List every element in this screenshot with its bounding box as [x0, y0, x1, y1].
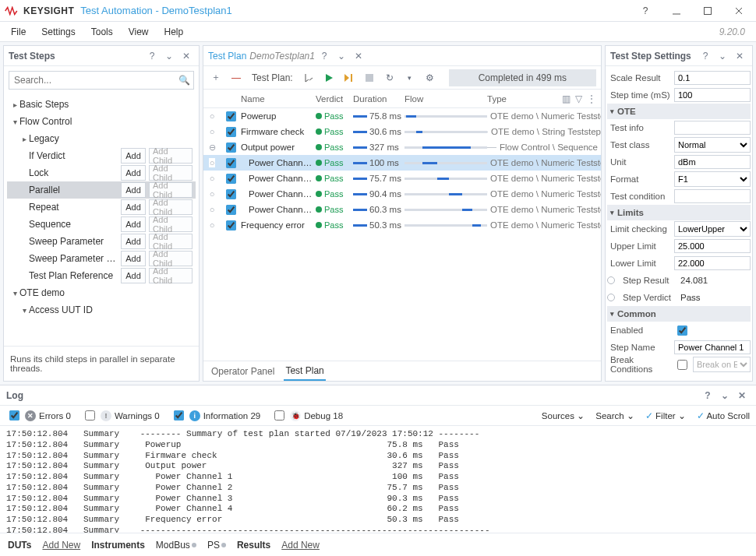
step-verdict-radio[interactable] [607, 294, 615, 301]
panel-collapse-icon[interactable]: ⌄ [161, 48, 177, 64]
panel-close-icon[interactable]: ✕ [178, 48, 194, 64]
minimize-icon[interactable] [661, 0, 692, 22]
close-icon[interactable] [723, 0, 754, 22]
add-button[interactable]: Add [121, 251, 146, 266]
menu-help[interactable]: Help [157, 23, 192, 40]
columns-icon[interactable]: ▥ [562, 93, 571, 104]
filter-warnings[interactable]: !Warnings 0 [82, 408, 160, 423]
step-enable-checkbox[interactable] [226, 205, 236, 215]
add-child-button[interactable]: Add Child [149, 182, 193, 198]
add-child-button[interactable]: Add Child [149, 251, 193, 266]
tree-item[interactable]: If Verdict Add Add Child [7, 147, 196, 164]
step-tree[interactable]: ▸Basic Steps ▾Flow Control ▸Legacy If Ve… [4, 94, 199, 346]
section-ote[interactable]: ▾OTE [607, 104, 751, 119]
tree-item[interactable]: Parallel Add Add Child [7, 181, 196, 199]
add-button[interactable]: Add [121, 268, 146, 283]
remove-step-icon[interactable]: — [228, 70, 244, 86]
tree-item[interactable]: Sweep Parameter Add Add Child [7, 233, 196, 250]
tree-item[interactable]: Lock Add Add Child [7, 164, 196, 181]
tree-item[interactable]: Sweep Parameter Range Add Add Child [7, 250, 196, 267]
step-enable-checkbox[interactable] [226, 158, 236, 168]
maximize-icon[interactable] [692, 0, 723, 22]
add-child-button[interactable]: Add Child [149, 165, 193, 181]
filter-debug[interactable]: 🐞Debug 18 [271, 408, 343, 423]
menu-settings[interactable]: Settings [34, 23, 83, 40]
help-icon[interactable]: ? [630, 0, 661, 22]
step-enable-checkbox[interactable] [226, 127, 236, 137]
step-enable-checkbox[interactable] [226, 111, 236, 121]
step-result-radio[interactable] [607, 276, 615, 284]
log-search[interactable]: Search ⌄ [595, 410, 634, 421]
add-button[interactable]: Add [121, 148, 146, 164]
add-step-icon[interactable]: ＋ [208, 70, 224, 86]
log-autoscroll[interactable]: ✓ Auto Scroll [697, 410, 750, 421]
col-type[interactable]: Type [487, 94, 562, 104]
node-legacy[interactable]: ▸Legacy [7, 130, 196, 147]
center-close-icon[interactable]: ✕ [351, 48, 366, 64]
gear-icon[interactable]: ⚙ [422, 70, 438, 86]
run-icon[interactable] [321, 70, 337, 86]
add-button[interactable]: Add [121, 165, 146, 181]
log-sources[interactable]: Sources ⌄ [542, 410, 585, 421]
add-child-button[interactable]: Add Child [149, 148, 193, 164]
center-collapse-icon[interactable]: ⌄ [334, 48, 349, 64]
break-conditions-select[interactable]: Break on E [693, 357, 751, 372]
step-enable-checkbox[interactable] [226, 220, 236, 230]
add-button[interactable]: Add [121, 216, 146, 232]
run-next-icon[interactable] [341, 70, 357, 86]
add-button[interactable]: Add [121, 199, 146, 215]
filter-information[interactable]: iInformation 29 [171, 408, 261, 423]
node-basic-steps[interactable]: ▸Basic Steps [7, 96, 196, 113]
test-step-row[interactable]: ○ Firmware check Pass 30.6 ms OTE demo \… [203, 124, 601, 139]
test-step-row[interactable]: ○ Power Channel 4 Pass 60.3 ms OTE demo … [203, 202, 601, 217]
section-common[interactable]: ▾Common [607, 306, 751, 322]
add-child-button[interactable]: Add Child [149, 268, 193, 283]
log-body[interactable]: 17:50:12.804 Summary -------- Summary of… [0, 426, 756, 533]
step-into-icon[interactable] [301, 70, 316, 86]
node-flow-control[interactable]: ▾Flow Control [7, 113, 196, 130]
unit-field[interactable] [674, 155, 751, 169]
add-child-button[interactable]: Add Child [149, 199, 193, 215]
tab-ps[interactable]: PS [207, 540, 226, 551]
test-class-select[interactable]: Normal [674, 137, 751, 153]
stop-icon[interactable] [362, 70, 377, 86]
limit-checking-select[interactable]: LowerUpper [674, 221, 751, 237]
col-verdict[interactable]: Verdict [316, 94, 353, 104]
log-help-icon[interactable]: ? [700, 388, 715, 403]
more-icon[interactable]: ⋮ [587, 93, 596, 104]
test-step-row[interactable]: ○ Power Channel 2 Pass 75.7 ms OTE demo … [203, 171, 601, 186]
tab-results-addnew[interactable]: Add New [281, 540, 320, 551]
settings-close-icon[interactable]: ✕ [732, 48, 747, 64]
center-help-icon[interactable]: ? [316, 48, 332, 64]
scale-result-field[interactable] [674, 71, 751, 85]
repeat-icon[interactable]: ↻ [382, 70, 397, 86]
log-filter[interactable]: ✓ Filter ⌄ [645, 410, 686, 421]
settings-collapse-icon[interactable]: ⌄ [715, 48, 730, 64]
node-ote-demo[interactable]: ▾OTE demo [7, 284, 196, 301]
menu-file[interactable]: File [3, 23, 34, 40]
break-conditions-checkbox[interactable] [677, 360, 687, 370]
node-access-uut[interactable]: ▾Access UUT ID [7, 301, 196, 318]
step-time-field[interactable] [674, 88, 751, 102]
tab-modbus[interactable]: ModBus [156, 540, 196, 551]
settings-help-icon[interactable]: ? [698, 48, 713, 64]
tree-item[interactable]: Sequence Add Add Child [7, 216, 196, 233]
section-limits[interactable]: ▾Limits [607, 205, 751, 220]
tab-instruments[interactable]: Instruments [91, 540, 145, 551]
lower-limit-field[interactable] [674, 256, 751, 270]
panel-help-icon[interactable]: ? [144, 48, 160, 64]
test-step-row[interactable]: ⊖ Output power Pass 327 ms Flow Control … [203, 139, 601, 155]
tab-duts-addnew[interactable]: Add New [42, 540, 80, 551]
add-child-button[interactable]: Add Child [149, 216, 193, 232]
col-duration[interactable]: Duration [353, 94, 404, 104]
test-step-row[interactable]: ○ Powerup Pass 75.8 ms OTE demo \ Numeri… [203, 108, 601, 124]
test-info-field[interactable] [674, 121, 751, 135]
menu-tools[interactable]: Tools [83, 23, 121, 40]
enabled-checkbox[interactable] [677, 326, 687, 336]
tab-test-plan[interactable]: Test Plan [284, 362, 325, 381]
tab-duts[interactable]: DUTs [8, 540, 31, 551]
repeat-dropdown-icon[interactable]: ▾ [402, 70, 418, 86]
test-step-row[interactable]: ○ Power Channel 3 Pass 90.4 ms OTE demo … [203, 186, 601, 202]
search-icon[interactable]: 🔍 [178, 75, 190, 86]
upper-limit-field[interactable] [674, 239, 751, 253]
